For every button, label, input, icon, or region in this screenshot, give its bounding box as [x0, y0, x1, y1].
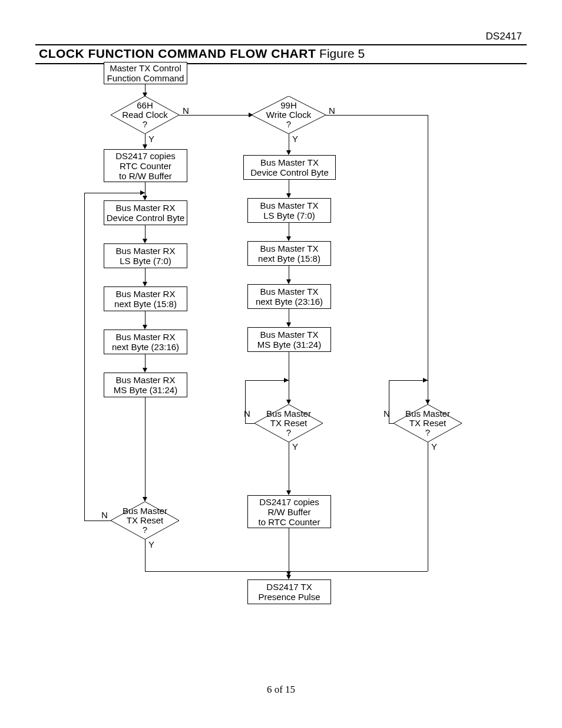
txt: Bus Master RX: [116, 289, 176, 299]
node-ds2417-copy-rtc: DS2417 copies RTC Counter to R/W Buffer: [104, 149, 187, 182]
txt: Bus Master RX: [116, 246, 176, 256]
label-yes: Y: [292, 442, 298, 452]
txt: to RTC Counter: [259, 517, 320, 527]
figure-title: CLOCK FUNCTION COMMAND FLOW CHART Figure…: [35, 44, 527, 64]
node-rx-byte-23-16: Bus Master RX next Byte (23:16): [104, 330, 187, 354]
txt: Bus Master RX: [116, 203, 176, 213]
txt: Bus Master TX: [260, 243, 319, 253]
txt: Device Control Byte: [107, 213, 185, 223]
txt: Function Command: [107, 73, 184, 83]
header-part-number: DS2417: [486, 31, 522, 42]
txt: 99H: [280, 101, 297, 110]
label-yes: Y: [292, 134, 298, 144]
txt: RTC Counter: [120, 161, 171, 171]
label-no: N: [101, 510, 108, 520]
txt: Bus Master TX: [260, 286, 319, 297]
label-yes: Y: [148, 539, 154, 549]
node-tx-ls-byte: Bus Master TX LS Byte (7:0): [247, 198, 331, 223]
txt: ?: [143, 120, 147, 129]
txt: 66H: [137, 101, 153, 110]
label-yes: Y: [148, 134, 154, 144]
txt: Bus Master TX: [260, 200, 319, 210]
node-tx-byte-15-8: Bus Master TX next Byte (15:8): [247, 241, 331, 266]
txt: MS Byte (31:24): [257, 340, 321, 350]
decision-read-clock: 66H Read Clock ?: [111, 96, 179, 134]
txt: ?: [286, 120, 291, 129]
txt: DS2417 copies: [259, 497, 319, 507]
txt: Device Control Byte: [250, 167, 329, 177]
txt: TX Reset: [409, 419, 447, 428]
decision-write-clock: 99H Write Clock ?: [252, 96, 326, 134]
txt: Bus Master: [123, 506, 167, 516]
txt: DS2417 copies: [115, 151, 176, 161]
txt: next Byte (15:8): [114, 299, 177, 309]
txt: LS Byte (7:0): [263, 210, 315, 220]
txt: Bus Master TX: [260, 330, 319, 340]
node-rx-ms-byte: Bus Master RX MS Byte (31:24): [104, 373, 187, 397]
flow-chart: Master TX Control Function Command 66H R…: [0, 62, 562, 651]
page-footer: 6 of 15: [0, 684, 562, 696]
txt: next Byte (23:16): [256, 297, 323, 307]
txt: TX Reset: [127, 516, 164, 525]
node-tx-ms-byte: Bus Master TX MS Byte (31:24): [247, 327, 331, 352]
node-rx-control-byte: Bus Master RX Device Control Byte: [104, 200, 187, 225]
txt: DS2417 TX: [266, 582, 312, 592]
node-start: Master TX Control Function Command: [104, 62, 187, 84]
txt: Bus Master TX: [260, 157, 319, 167]
txt: Presence Pulse: [258, 592, 320, 602]
txt: Read Clock: [122, 110, 168, 120]
txt: next Byte (15:8): [258, 253, 320, 263]
txt: ?: [425, 428, 430, 437]
txt: Master TX Control: [110, 63, 181, 73]
label-no: N: [329, 106, 335, 116]
txt: Bus Master RX: [116, 375, 176, 385]
txt: Bus Master: [266, 409, 311, 419]
label-yes: Y: [431, 442, 437, 452]
node-rx-ls-byte: Bus Master RX LS Byte (7:0): [104, 243, 187, 268]
decision-reset-middle: Bus Master TX Reset ?: [254, 404, 323, 442]
title-bold: CLOCK FUNCTION COMMAND FLOW CHART: [39, 47, 316, 60]
title-figure: Figure 5: [316, 47, 365, 60]
label-no: N: [183, 106, 189, 116]
node-rx-byte-15-8: Bus Master RX next Byte (15:8): [104, 286, 187, 311]
txt: R/W Buffer: [267, 507, 310, 517]
txt: LS Byte (7:0): [120, 256, 171, 266]
node-ds2417-copy-rw: DS2417 copies R/W Buffer to RTC Counter: [247, 495, 331, 528]
txt: Bus Master RX: [116, 332, 176, 342]
txt: Bus Master: [405, 409, 450, 419]
txt: TX Reset: [270, 419, 308, 428]
txt: MS Byte (31:24): [114, 385, 177, 395]
decision-reset-right: Bus Master TX Reset ?: [394, 404, 462, 442]
node-tx-control-byte: Bus Master TX Device Control Byte: [243, 155, 336, 180]
txt: to R/W Buffer: [119, 171, 172, 181]
node-tx-byte-23-16: Bus Master TX next Byte (23:16): [247, 284, 331, 309]
node-presence-pulse: DS2417 TX Presence Pulse: [247, 579, 331, 604]
txt: Write Clock: [266, 110, 311, 120]
txt: next Byte (23:16): [112, 342, 179, 352]
decision-reset-left: Bus Master TX Reset ?: [111, 502, 179, 539]
txt: ?: [286, 428, 291, 437]
txt: ?: [143, 525, 147, 535]
